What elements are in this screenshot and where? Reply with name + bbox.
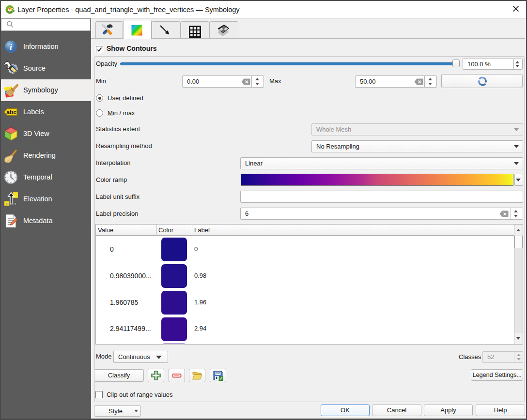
svg-text:i: i [10,42,12,52]
svg-text:abc: abc [6,109,16,116]
